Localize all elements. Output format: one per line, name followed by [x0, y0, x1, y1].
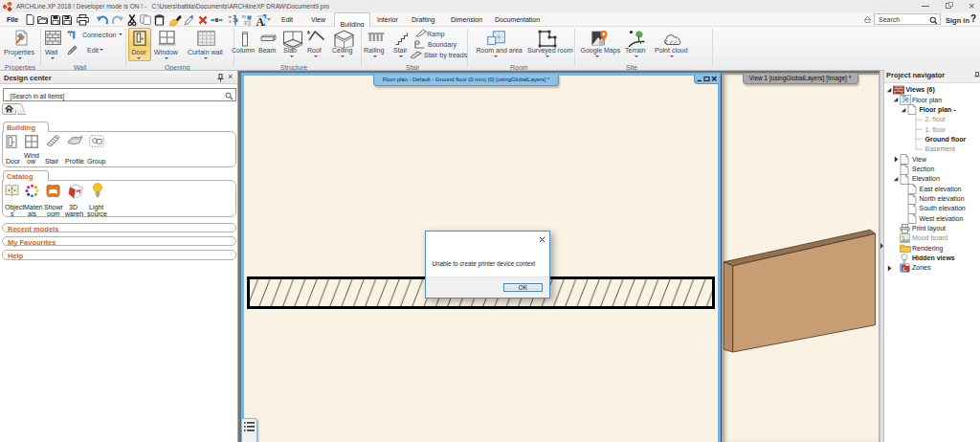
- svg-text:3: 3: [244, 21, 247, 26]
- svg-text:A: A: [256, 15, 264, 27]
- svg-text:3: 3: [229, 19, 232, 24]
- svg-text:m: m: [242, 14, 246, 19]
